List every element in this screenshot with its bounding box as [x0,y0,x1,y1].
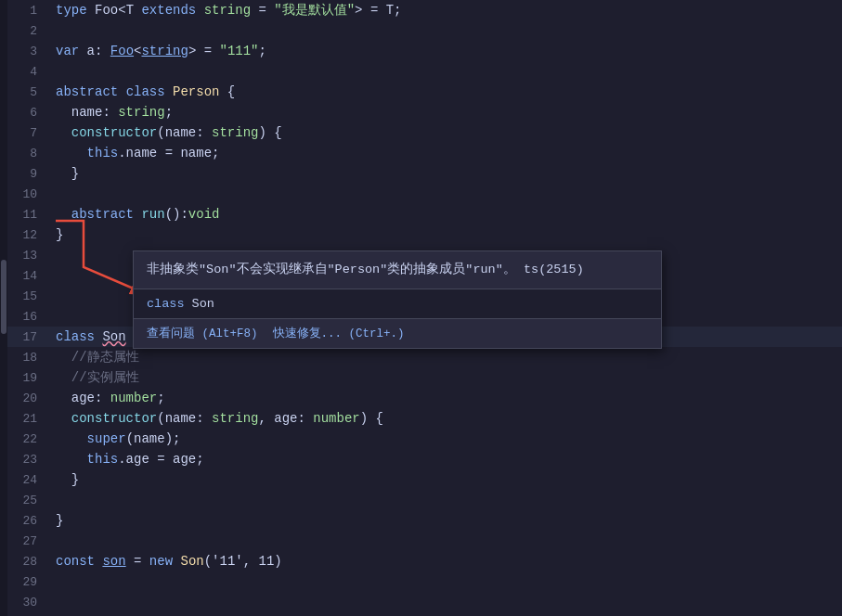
line-content: name: string; [52,102,842,122]
line-number: 27 [7,534,52,548]
token: string [212,125,258,140]
token: > = T; [355,3,401,18]
line-number: 4 [7,65,52,79]
token: "111" [219,44,258,58]
code-line: 7 constructor(name: string) { [7,122,842,143]
line-content [52,20,842,41]
line-number: 30 [7,596,52,610]
token [56,452,87,467]
code-line: 1type Foo<T extends string = "我是默认值"> = … [7,0,842,20]
token: const [56,554,95,569]
token: } [56,513,63,528]
line-number: 6 [7,106,52,120]
tooltip-actions[interactable]: 查看问题 (Alt+F8) 快速修复... (Ctrl+.) [134,319,661,348]
code-line: 5abstract class Person { [7,82,842,102]
view-problem-link[interactable]: 查看问题 (Alt+F8) [147,326,258,341]
line-content: super(name); [52,429,842,449]
token: > = [188,44,220,58]
token: var [56,44,79,58]
token: , age: [258,411,313,426]
code-line: 29 [7,571,842,592]
tooltip-class-name: Son [192,297,214,311]
token: = [251,3,274,18]
token: abstract [56,84,118,99]
line-content [52,61,842,82]
token: string [118,105,164,120]
code-line: 28const son = new Son('11', 11) [7,551,842,571]
line-number: 1 [7,4,52,18]
code-line: 23 this.age = age; [7,449,842,469]
token [56,411,71,426]
line-number: 8 [7,147,52,160]
token: extends [134,3,196,18]
code-editor: 1type Foo<T extends string = "我是默认值"> = … [0,0,842,616]
token: } [56,227,63,242]
line-number: 24 [7,473,52,487]
line-number: 12 [7,228,52,242]
token: name: [56,105,118,120]
token: (): [165,207,188,222]
line-content [52,571,842,592]
token [196,3,203,18]
token [56,431,87,446]
token: } [56,472,79,487]
line-content: abstract run():void [52,204,842,225]
code-line: 21 constructor(name: string, age: number… [7,408,842,429]
line-number: 13 [7,249,52,263]
code-line: 11 abstract run():void [7,204,842,225]
scrollbar-track[interactable] [0,0,7,616]
token: .name = name; [118,146,219,160]
line-content: } [52,469,842,490]
line-number: 23 [7,453,52,467]
code-line: 4 [7,61,842,82]
code-line: 18 //静态属性 [7,347,842,367]
code-line: 19 //实例属性 [7,367,842,388]
code-line: 26} [7,510,842,531]
code-line: 20 age: number; [7,388,842,408]
token: this [87,146,119,160]
line-number: 28 [7,555,52,569]
token: string [141,44,188,58]
quick-fix-link[interactable]: 快速修复... (Ctrl+.) [273,326,405,341]
token: Son [180,554,203,569]
line-number: 11 [7,208,52,222]
line-number: 15 [7,289,52,303]
line-number: 16 [7,310,52,324]
line-number: 17 [7,330,52,344]
code-line: 12} [7,225,842,245]
token: age: [56,391,110,405]
line-number: 9 [7,167,52,181]
line-number: 21 [7,412,52,426]
token: //实例属性 [56,370,139,385]
token: string [204,3,251,18]
line-content: constructor(name: string) { [52,122,842,143]
line-number: 5 [7,85,52,99]
code-line: 3var a: Foo<string> = "111"; [7,41,842,61]
line-content: //静态属性 [52,347,842,367]
line-content: //实例属性 [52,367,842,388]
code-line: 9 } [7,163,842,184]
line-number: 3 [7,45,52,58]
token: (name: [157,125,212,140]
line-content: abstract class Person { [52,82,842,102]
line-number: 20 [7,391,52,405]
code-line: 25 [7,490,842,510]
line-number: 7 [7,126,52,140]
scrollbar-thumb[interactable] [1,260,6,334]
token: { [219,84,235,99]
token [165,84,173,99]
code-line: 22 super(name); [7,429,842,449]
token: class [56,329,95,344]
token: constructor [71,125,157,140]
line-content: age: number; [52,388,842,408]
line-content [52,592,842,612]
token: ; [259,44,266,58]
token: Foo [110,44,134,58]
token: this [87,452,119,467]
line-number: 29 [7,575,52,589]
token: T [126,3,134,18]
code-line: 2 [7,20,842,41]
code-line: 10 [7,184,842,204]
tooltip-class-keyword: class [147,297,192,311]
token: constructor [71,411,157,426]
